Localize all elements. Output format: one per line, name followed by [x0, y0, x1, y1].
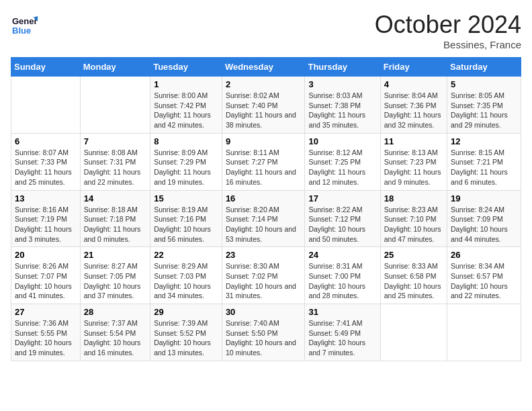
calendar-cell: 18Sunrise: 8:23 AM Sunset: 7:10 PM Dayli…: [380, 190, 447, 247]
day-info: Sunrise: 8:18 AM Sunset: 7:18 PM Dayligh…: [84, 205, 146, 244]
location: Bessines, France: [375, 39, 521, 50]
calendar-table: SundayMondayTuesdayWednesdayThursdayFrid…: [11, 57, 521, 361]
day-info: Sunrise: 8:05 AM Sunset: 7:35 PM Dayligh…: [451, 91, 517, 130]
day-number: 11: [384, 136, 443, 146]
calendar-cell: 10Sunrise: 8:12 AM Sunset: 7:25 PM Dayli…: [305, 133, 380, 190]
day-info: Sunrise: 8:31 AM Sunset: 7:00 PM Dayligh…: [308, 261, 376, 301]
day-number: 18: [384, 193, 443, 203]
calendar-cell: 28Sunrise: 7:37 AM Sunset: 5:54 PM Dayli…: [80, 304, 150, 361]
month-title: October 2024: [375, 11, 521, 39]
day-number: 7: [84, 136, 146, 146]
day-number: 8: [154, 136, 218, 146]
day-number: 24: [308, 250, 376, 260]
day-number: 3: [308, 79, 376, 89]
day-number: 28: [84, 307, 146, 317]
day-number: 2: [226, 79, 302, 89]
weekday-header-sunday: Sunday: [11, 58, 81, 77]
day-number: 29: [154, 307, 218, 317]
day-info: Sunrise: 8:33 AM Sunset: 6:58 PM Dayligh…: [384, 261, 443, 301]
calendar-cell: 9Sunrise: 8:11 AM Sunset: 7:27 PM Daylig…: [222, 133, 305, 190]
calendar-cell: 2Sunrise: 8:02 AM Sunset: 7:40 PM Daylig…: [222, 77, 305, 134]
day-info: Sunrise: 7:41 AM Sunset: 5:49 PM Dayligh…: [308, 318, 376, 358]
calendar-cell: 26Sunrise: 8:34 AM Sunset: 6:57 PM Dayli…: [447, 247, 521, 304]
day-number: 1: [154, 79, 218, 89]
day-info: Sunrise: 8:00 AM Sunset: 7:42 PM Dayligh…: [154, 91, 218, 130]
day-number: 17: [308, 193, 376, 203]
calendar-week-1: 6Sunrise: 8:07 AM Sunset: 7:33 PM Daylig…: [11, 133, 521, 190]
calendar-cell: 20Sunrise: 8:26 AM Sunset: 7:07 PM Dayli…: [11, 247, 81, 304]
calendar-cell: [380, 304, 447, 361]
calendar-cell: 19Sunrise: 8:24 AM Sunset: 7:09 PM Dayli…: [447, 190, 521, 247]
day-number: 15: [154, 193, 218, 203]
day-info: Sunrise: 8:13 AM Sunset: 7:23 PM Dayligh…: [384, 148, 443, 187]
day-number: 9: [226, 136, 302, 146]
day-info: Sunrise: 8:34 AM Sunset: 6:57 PM Dayligh…: [451, 261, 517, 301]
calendar-cell: 3Sunrise: 8:03 AM Sunset: 7:38 PM Daylig…: [305, 77, 380, 134]
calendar-cell: 21Sunrise: 8:27 AM Sunset: 7:05 PM Dayli…: [80, 247, 150, 304]
calendar-cell: [80, 77, 150, 134]
day-info: Sunrise: 8:08 AM Sunset: 7:31 PM Dayligh…: [84, 148, 146, 187]
day-info: Sunrise: 8:04 AM Sunset: 7:36 PM Dayligh…: [384, 91, 443, 130]
calendar-week-4: 27Sunrise: 7:36 AM Sunset: 5:55 PM Dayli…: [11, 304, 521, 361]
calendar-cell: 29Sunrise: 7:39 AM Sunset: 5:52 PM Dayli…: [150, 304, 222, 361]
calendar-cell: 24Sunrise: 8:31 AM Sunset: 7:00 PM Dayli…: [305, 247, 380, 304]
calendar-cell: 15Sunrise: 8:19 AM Sunset: 7:16 PM Dayli…: [150, 190, 222, 247]
day-info: Sunrise: 8:09 AM Sunset: 7:29 PM Dayligh…: [154, 148, 218, 187]
calendar-cell: [11, 77, 81, 134]
calendar-cell: 31Sunrise: 7:41 AM Sunset: 5:49 PM Dayli…: [305, 304, 380, 361]
day-info: Sunrise: 8:27 AM Sunset: 7:05 PM Dayligh…: [84, 261, 146, 301]
weekday-header-saturday: Saturday: [447, 58, 521, 77]
calendar-week-2: 13Sunrise: 8:16 AM Sunset: 7:19 PM Dayli…: [11, 190, 521, 247]
day-number: 12: [451, 136, 517, 146]
day-number: 26: [451, 250, 517, 260]
calendar-cell: [447, 304, 521, 361]
day-info: Sunrise: 8:02 AM Sunset: 7:40 PM Dayligh…: [226, 91, 302, 130]
calendar-cell: 1Sunrise: 8:00 AM Sunset: 7:42 PM Daylig…: [150, 77, 222, 134]
calendar-cell: 13Sunrise: 8:16 AM Sunset: 7:19 PM Dayli…: [11, 190, 81, 247]
day-info: Sunrise: 8:11 AM Sunset: 7:27 PM Dayligh…: [226, 148, 302, 187]
calendar-cell: 11Sunrise: 8:13 AM Sunset: 7:23 PM Dayli…: [380, 133, 447, 190]
weekday-header-wednesday: Wednesday: [222, 58, 305, 77]
calendar-cell: 27Sunrise: 7:36 AM Sunset: 5:55 PM Dayli…: [11, 304, 81, 361]
calendar-cell: 17Sunrise: 8:22 AM Sunset: 7:12 PM Dayli…: [305, 190, 380, 247]
day-number: 23: [226, 250, 302, 260]
day-info: Sunrise: 8:07 AM Sunset: 7:33 PM Dayligh…: [15, 148, 77, 187]
day-number: 13: [15, 193, 77, 203]
day-number: 6: [15, 136, 77, 146]
calendar-cell: 22Sunrise: 8:29 AM Sunset: 7:03 PM Dayli…: [150, 247, 222, 304]
day-info: Sunrise: 8:26 AM Sunset: 7:07 PM Dayligh…: [15, 261, 77, 301]
day-info: Sunrise: 8:19 AM Sunset: 7:16 PM Dayligh…: [154, 205, 218, 244]
day-info: Sunrise: 8:22 AM Sunset: 7:12 PM Dayligh…: [308, 205, 376, 244]
weekday-header-friday: Friday: [380, 58, 447, 77]
day-info: Sunrise: 8:30 AM Sunset: 7:02 PM Dayligh…: [226, 261, 302, 301]
day-number: 25: [384, 250, 443, 260]
calendar-cell: 23Sunrise: 8:30 AM Sunset: 7:02 PM Dayli…: [222, 247, 305, 304]
day-info: Sunrise: 8:12 AM Sunset: 7:25 PM Dayligh…: [308, 148, 376, 187]
calendar-cell: 16Sunrise: 8:20 AM Sunset: 7:14 PM Dayli…: [222, 190, 305, 247]
day-number: 20: [15, 250, 77, 260]
day-number: 4: [384, 79, 443, 89]
svg-text:Blue: Blue: [12, 26, 31, 36]
calendar-cell: 7Sunrise: 8:08 AM Sunset: 7:31 PM Daylig…: [80, 133, 150, 190]
logo: General Blue: [11, 11, 38, 40]
day-info: Sunrise: 8:23 AM Sunset: 7:10 PM Dayligh…: [384, 205, 443, 244]
day-number: 10: [308, 136, 376, 146]
day-info: Sunrise: 8:15 AM Sunset: 7:21 PM Dayligh…: [451, 148, 517, 187]
day-number: 27: [15, 307, 77, 317]
day-number: 5: [451, 79, 517, 89]
day-number: 30: [226, 307, 302, 317]
day-info: Sunrise: 8:24 AM Sunset: 7:09 PM Dayligh…: [451, 205, 517, 244]
day-info: Sunrise: 8:20 AM Sunset: 7:14 PM Dayligh…: [226, 205, 302, 244]
day-number: 14: [84, 193, 146, 203]
calendar-cell: 25Sunrise: 8:33 AM Sunset: 6:58 PM Dayli…: [380, 247, 447, 304]
calendar-cell: 4Sunrise: 8:04 AM Sunset: 7:36 PM Daylig…: [380, 77, 447, 134]
title-block: October 2024 Bessines, France: [375, 11, 521, 50]
day-info: Sunrise: 7:37 AM Sunset: 5:54 PM Dayligh…: [84, 318, 146, 358]
day-number: 21: [84, 250, 146, 260]
day-info: Sunrise: 7:40 AM Sunset: 5:50 PM Dayligh…: [226, 318, 302, 358]
calendar-cell: 12Sunrise: 8:15 AM Sunset: 7:21 PM Dayli…: [447, 133, 521, 190]
day-number: 22: [154, 250, 218, 260]
weekday-header-monday: Monday: [80, 58, 150, 77]
calendar-week-0: 1Sunrise: 8:00 AM Sunset: 7:42 PM Daylig…: [11, 77, 521, 134]
weekday-header-tuesday: Tuesday: [150, 58, 222, 77]
